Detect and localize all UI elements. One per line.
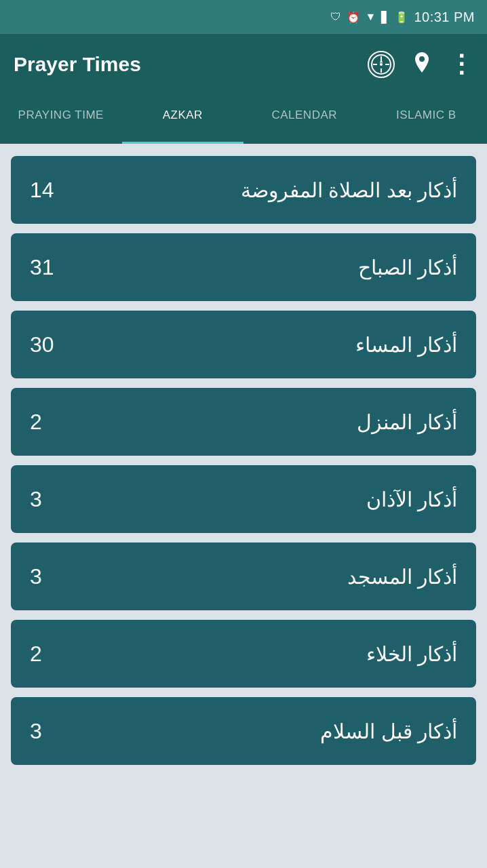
list-item-title: أذكار الصباح (358, 256, 457, 279)
azkar-list: 14 أذكار بعد الصلاة المفروضة 31 أذكار ال… (0, 144, 487, 868)
app-bar: Prayer Times ⋮ (0, 34, 487, 95)
list-item-count: 2 (30, 410, 64, 435)
svg-point-1 (380, 63, 383, 66)
list-item-title: أذكار المساء (355, 333, 457, 357)
more-options-icon[interactable]: ⋮ (449, 52, 473, 77)
list-item-count: 2 (30, 642, 64, 667)
list-item[interactable]: 2 أذكار المنزل (11, 388, 476, 456)
signal-icon: ▋ (381, 11, 389, 24)
status-bar: 🛡 ⏰ ▼ ▋ 🔋 10:31 PM (0, 0, 487, 34)
list-item[interactable]: 31 أذكار الصباح (11, 233, 476, 301)
svg-point-7 (419, 56, 425, 62)
list-item[interactable]: 14 أذكار بعد الصلاة المفروضة (11, 156, 476, 224)
list-item-title: أذكار الخلاء (366, 642, 457, 666)
shield-icon: 🛡 (330, 11, 341, 23)
status-icons: 🛡 ⏰ ▼ ▋ 🔋 10:31 PM (330, 9, 475, 25)
list-item-count: 30 (30, 332, 64, 357)
tab-islamic[interactable]: ISLAMIC B (366, 95, 488, 144)
app-title: Prayer Times (14, 53, 141, 76)
list-item[interactable]: 30 أذكار المساء (11, 311, 476, 378)
list-item[interactable]: 2 أذكار الخلاء (11, 620, 476, 688)
list-item-count: 14 (30, 178, 64, 203)
svg-marker-6 (380, 58, 383, 63)
list-item[interactable]: 3 أذكار قبل السلام (11, 697, 476, 765)
tab-bar: PRAYING TIME AZKAR CALENDAR ISLAMIC B (0, 95, 487, 144)
alarm-icon: ⏰ (347, 11, 360, 24)
tab-calendar[interactable]: CALENDAR (244, 95, 366, 144)
tab-azkar[interactable]: AZKAR (122, 95, 244, 144)
list-item-title: أذكار المسجد (347, 565, 457, 589)
app-bar-actions: ⋮ (368, 51, 473, 79)
battery-icon: 🔋 (395, 11, 408, 24)
list-item-count: 3 (30, 719, 64, 744)
list-item[interactable]: 3 أذكار الآذان (11, 465, 476, 533)
list-item[interactable]: 3 أذكار المسجد (11, 542, 476, 610)
wifi-icon: ▼ (366, 11, 376, 23)
list-item-count: 3 (30, 487, 64, 512)
list-item-title: أذكار الآذان (366, 488, 457, 511)
list-item-count: 31 (30, 255, 64, 280)
compass-icon[interactable] (368, 51, 395, 78)
list-item-title: أذكار بعد الصلاة المفروضة (241, 178, 457, 202)
list-item-title: أذكار المنزل (357, 410, 457, 434)
status-time: 10:31 PM (414, 9, 475, 25)
list-item-count: 3 (30, 564, 64, 589)
list-item-title: أذكار قبل السلام (320, 719, 457, 743)
location-icon[interactable] (412, 51, 431, 79)
tab-praying-time[interactable]: PRAYING TIME (0, 95, 122, 144)
